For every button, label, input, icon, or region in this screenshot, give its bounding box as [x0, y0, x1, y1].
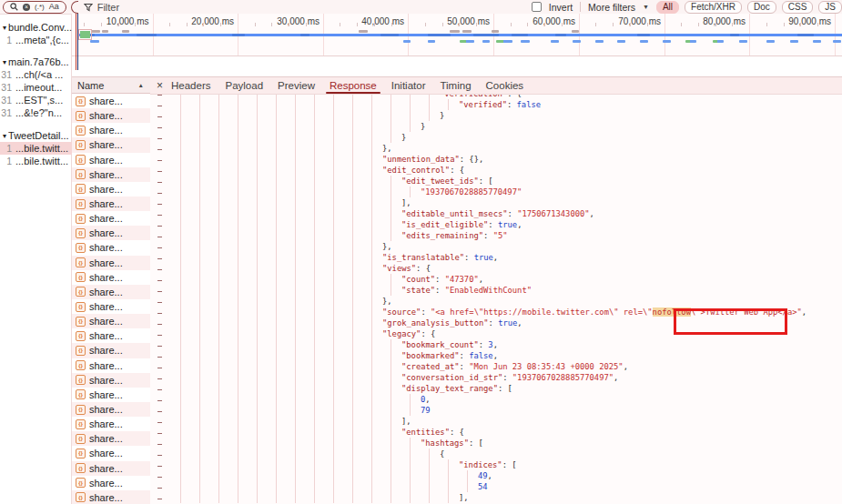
json-file-icon: {} — [76, 257, 86, 267]
overview-line-segment — [428, 34, 451, 36]
filter-pill-all[interactable]: All — [656, 1, 679, 14]
table-row[interactable]: {}share... — [72, 402, 150, 417]
filter-pill-doc[interactable]: Doc — [747, 1, 776, 14]
tab-cookies[interactable]: Cookies — [485, 77, 525, 94]
table-row[interactable]: {}share... — [72, 211, 150, 226]
match-case-icon[interactable]: Aa — [49, 3, 59, 11]
table-row[interactable]: {}share... — [72, 314, 150, 328]
detail-tabs: HeadersPayloadPreviewResponseInitiatorTi… — [170, 77, 537, 94]
clear-search-icon[interactable]: × — [23, 4, 30, 11]
tab-response[interactable]: Response — [329, 77, 378, 94]
json-token: { — [440, 449, 444, 459]
request-name: share... — [89, 433, 123, 444]
search-box[interactable]: × (.*) Aa — [3, 1, 66, 14]
search-result-item[interactable]: 31...imeout... — [0, 81, 72, 94]
indent-guides — [172, 285, 401, 296]
search-result-item[interactable]: 1...meta",{c... — [0, 34, 72, 46]
overview-line-segment — [473, 34, 499, 36]
json-token: "legacy" — [382, 329, 421, 338]
invert-checkbox[interactable] — [532, 2, 542, 12]
search-result-item[interactable]: 31...EST",s... — [0, 94, 72, 106]
overview-line-segment — [137, 34, 157, 36]
tab-initiator[interactable]: Initiator — [391, 77, 427, 94]
network-overview-timeline[interactable]: 10,000 ms20,000 ms30,000 ms40,000 ms50,0… — [72, 14, 842, 56]
table-row[interactable]: {}share... — [72, 461, 150, 476]
overview-request-bar — [640, 40, 648, 43]
tab-preview[interactable]: Preview — [277, 77, 316, 94]
table-row[interactable]: {}share... — [72, 343, 150, 358]
timeline-minor-tick — [800, 23, 801, 26]
overview-request-bar — [617, 40, 625, 43]
search-group-header[interactable]: ▾bundle.Conv... — [0, 21, 72, 34]
table-row[interactable]: {}share... — [72, 431, 150, 446]
search-group-header[interactable]: ▾TweetDetail... — [0, 129, 72, 142]
filter-pill-js[interactable]: JS — [818, 1, 842, 14]
table-row[interactable]: {}share... — [72, 167, 150, 182]
response-body-viewer[interactable]: "verification": {"verified": false}}}},"… — [150, 88, 842, 504]
indent-guides — [172, 99, 459, 110]
table-row[interactable]: {}share... — [72, 197, 150, 211]
tab-payload[interactable]: Payload — [224, 77, 264, 94]
search-result-item[interactable]: 31...&!e?"n... — [0, 106, 72, 119]
json-token: : {}, — [460, 155, 483, 164]
table-row[interactable]: {}share... — [72, 123, 150, 137]
table-row[interactable]: {}share... — [72, 373, 150, 388]
indent-guides — [172, 132, 401, 143]
table-row[interactable]: {}share... — [72, 94, 150, 108]
request-name: share... — [89, 139, 123, 150]
request-name: share... — [89, 198, 123, 209]
timeline-cursor-navy — [77, 14, 79, 70]
json-token: : [ — [469, 438, 483, 448]
request-name: share... — [89, 316, 123, 327]
close-icon[interactable]: × — [157, 80, 163, 91]
json-code-line: "edit_tweet_ids": [ — [150, 176, 493, 186]
regex-icon[interactable]: (.*) — [35, 4, 45, 11]
chevron-down-icon[interactable]: ▼ — [643, 4, 649, 10]
table-row[interactable]: {}share... — [72, 299, 150, 314]
tab-headers[interactable]: Headers — [170, 77, 211, 94]
search-result-item[interactable]: 1...bile.twitt... — [0, 142, 72, 155]
table-row[interactable]: {}share... — [72, 137, 150, 152]
table-row[interactable]: {}share... — [72, 153, 150, 167]
search-result-group: ▾TweetDetail...1...bile.twitt...1...bile… — [0, 129, 72, 167]
overview-request-bar-gray — [102, 30, 108, 33]
json-token: : [ — [498, 384, 512, 393]
request-rows: {}share...{}share...{}share...{}share...… — [72, 94, 150, 504]
table-row[interactable]: {}share... — [72, 446, 150, 460]
table-row[interactable]: {}share... — [72, 417, 150, 431]
more-filters-button[interactable]: More filters — [588, 2, 635, 13]
invert-label[interactable]: Invert — [549, 2, 573, 13]
json-token: ], — [401, 198, 411, 207]
table-row[interactable]: {}share... — [72, 182, 150, 197]
json-code-line: "bookmarked": false, — [150, 350, 498, 361]
table-row[interactable]: {}share... — [72, 240, 150, 255]
table-row[interactable]: {}share... — [72, 256, 150, 270]
indent-guides — [172, 449, 440, 459]
table-row[interactable]: {}share... — [72, 270, 150, 285]
table-row[interactable]: {}share... — [72, 490, 150, 504]
search-result-item[interactable]: 1...bile.twitt... — [0, 155, 72, 167]
table-row[interactable]: {}share... — [72, 476, 150, 490]
search-group-header[interactable]: ▾main.7a76b... — [0, 55, 72, 68]
filter-pill-fetchxhr[interactable]: Fetch/XHR — [685, 1, 742, 14]
json-token: : { — [416, 264, 431, 273]
tab-timing[interactable]: Timing — [439, 77, 472, 94]
timeline-tick-label: 30,000 ms — [256, 16, 320, 26]
name-column-header[interactable]: Name ▲ — [72, 77, 150, 94]
json-token: "<a href=\"https://mobile.twitter.com\" … — [431, 307, 653, 317]
filter-input[interactable]: Filter — [97, 2, 119, 13]
search-result-item[interactable]: 31...ch(/<a ... — [0, 68, 72, 81]
json-file-icon: {} — [76, 434, 86, 444]
table-row[interactable]: {}share... — [72, 226, 150, 240]
table-row[interactable]: {}share... — [72, 388, 150, 402]
overview-request-bar — [403, 40, 411, 43]
json-file-icon: {} — [76, 360, 86, 370]
table-row[interactable]: {}share... — [72, 328, 150, 343]
json-token: : — [479, 340, 489, 349]
table-row[interactable]: {}share... — [72, 285, 150, 299]
chevron-expanded-icon: ▾ — [3, 58, 6, 66]
filter-pill-css[interactable]: CSS — [782, 1, 814, 14]
table-row[interactable]: {}share... — [72, 358, 150, 373]
overview-request-bar — [713, 40, 724, 43]
table-row[interactable]: {}share... — [72, 108, 150, 123]
